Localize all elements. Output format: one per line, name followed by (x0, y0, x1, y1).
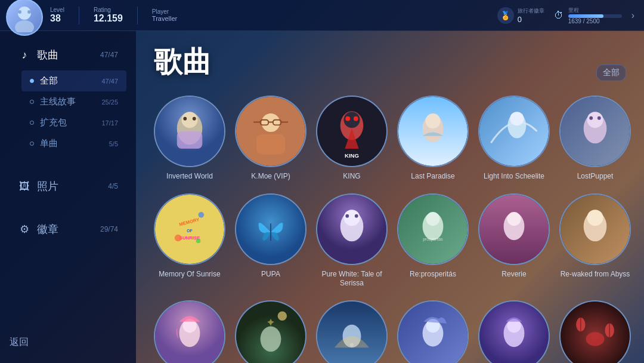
sub-main-count: 25/25 (101, 99, 118, 106)
song-card[interactable] (478, 300, 550, 363)
badge-label: 旅行者徽章 (518, 7, 544, 15)
svg-text:OF: OF (187, 228, 192, 232)
player-block: Player Traveller (152, 8, 177, 22)
svg-point-47 (355, 214, 358, 217)
song-circle (235, 300, 306, 363)
svg-point-32 (597, 116, 601, 120)
song-card[interactable]: PUPA (235, 193, 306, 288)
song-card[interactable]: Pure White: Tale of Serissa (316, 193, 388, 288)
badge-info: 旅行者徽章 0 (518, 7, 544, 24)
songs-count: 47/47 (100, 51, 118, 59)
sidebar-sub-menu: 全部 47/47 主线故事 25/25 扩充包 17/17 单曲 5/5 (10, 68, 126, 156)
music-icon: ♪ (18, 49, 31, 61)
svg-point-19 (345, 116, 350, 121)
divider2 (137, 7, 138, 24)
sidebar-item-photos[interactable]: 🖼 照片 4/5 (10, 173, 126, 199)
song-card[interactable]: MEMORY OF SUNRISE Memory Of Sunrise (154, 193, 225, 288)
svg-text:prosperitás: prosperitás (423, 237, 443, 242)
song-name: Pure White: Tale of Serissa (316, 270, 388, 288)
filter-button[interactable]: 全部 (596, 64, 626, 81)
song-circle (154, 96, 225, 167)
sidebar-badges-section: ⚙ 徽章 29/74 (0, 205, 136, 248)
topbar-right: 🏅 旅行者徽章 0 ⏱ 里程 1639 / 2500 › (497, 7, 644, 24)
svg-point-38 (175, 234, 182, 241)
song-circle (478, 96, 550, 167)
song-name: Re:prosperitás (410, 270, 456, 279)
song-card[interactable]: Reverie (478, 193, 550, 288)
main-content: 歌曲 全部 Inverted World K.Moe (VIP) KING KI… (136, 31, 644, 363)
sidebar-sub-single[interactable]: 单曲 5/5 (21, 133, 126, 154)
svg-point-57 (587, 210, 603, 226)
svg-point-9 (193, 117, 196, 121)
svg-point-1 (15, 20, 34, 32)
player-value: Traveller (152, 15, 177, 22)
svg-point-2 (18, 10, 21, 14)
song-card[interactable]: Inverted World (154, 96, 225, 182)
svg-rect-12 (256, 134, 285, 155)
svg-rect-7 (177, 131, 203, 149)
song-card[interactable] (397, 300, 469, 363)
sidebar-sub-expansion[interactable]: 扩充包 17/17 (21, 112, 126, 133)
badges-label: 徽章 (37, 222, 94, 236)
song-card[interactable] (154, 300, 225, 363)
song-card[interactable] (235, 300, 306, 363)
badge-block: 🏅 旅行者徽章 0 (497, 7, 544, 24)
sub-expansion-count: 17/17 (101, 119, 118, 127)
song-card[interactable]: KING KING (316, 96, 388, 182)
sidebar-bottom: 返回 (0, 322, 136, 363)
song-card[interactable]: Light Into Scheelite (478, 96, 550, 182)
sidebar-sub-main[interactable]: 主线故事 25/25 (21, 91, 126, 112)
song-card[interactable]: Re-waked from Abyss (559, 193, 631, 288)
song-card[interactable]: prosperitás Re:prosperitás (397, 193, 469, 288)
song-card[interactable]: Last Paradise (397, 96, 469, 182)
badge-icon: 🏅 (497, 7, 514, 24)
svg-point-27 (510, 112, 524, 125)
song-circle (235, 96, 306, 167)
song-circle: MEMORY OF SUNRISE (154, 193, 225, 265)
svg-point-50 (426, 212, 439, 226)
dot-main (30, 100, 34, 104)
photo-icon: 🖼 (18, 180, 31, 193)
dot-all (30, 79, 34, 83)
rating-block: Rating 12.159 (94, 7, 123, 24)
sidebar: ♪ 歌曲 47/47 全部 47/47 主线故事 25/25 扩充包 17/17 (0, 31, 136, 363)
sub-single-count: 5/5 (109, 140, 118, 147)
level-block: Level 38 (50, 7, 64, 24)
song-name: Memory Of Sunrise (159, 270, 220, 279)
mileage-info: 里程 1639 / 2500 (568, 7, 622, 24)
mileage-text: 1639 / 2500 (568, 18, 622, 24)
song-card[interactable] (316, 300, 388, 363)
songs-label: 歌曲 (37, 48, 94, 62)
song-name: Reverie (501, 270, 526, 279)
sub-single-label: 单曲 (40, 138, 58, 149)
badge-value: 0 (518, 15, 544, 24)
song-card[interactable]: LostPuppet (559, 96, 631, 182)
photos-count: 4/5 (108, 182, 118, 190)
level-value: 38 (50, 13, 64, 24)
sidebar-item-songs[interactable]: ♪ 歌曲 47/47 (10, 42, 126, 68)
song-card[interactable]: K.Moe (VIP) (235, 96, 306, 182)
sub-all-count: 47/47 (101, 78, 118, 85)
svg-point-63 (261, 326, 281, 352)
svg-point-31 (589, 116, 593, 120)
svg-point-62 (278, 311, 287, 320)
topbar: Level 38 Rating 12.159 Player Traveller … (0, 0, 644, 31)
player-label: Player (152, 8, 177, 15)
avatar[interactable] (6, 0, 43, 36)
sub-main-label: 主线故事 (40, 96, 76, 107)
song-name: K.Moe (VIP) (251, 172, 290, 182)
badges-count: 29/74 (100, 225, 118, 233)
svg-point-54 (507, 212, 521, 226)
song-name: LostPuppet (577, 172, 614, 182)
song-card[interactable] (559, 300, 631, 363)
song-name: Inverted World (166, 172, 213, 182)
song-name: Last Paradise (411, 172, 454, 182)
svg-point-39 (199, 212, 205, 218)
sidebar-sub-all[interactable]: 全部 47/47 (21, 70, 126, 91)
back-button[interactable]: 返回 (10, 331, 126, 353)
sub-expansion-label: 扩充包 (40, 117, 67, 128)
sidebar-item-badges[interactable]: ⚙ 徽章 29/74 (10, 216, 126, 242)
svg-point-76 (586, 332, 605, 346)
sub-all-label: 全部 (40, 75, 58, 87)
topbar-arrow[interactable]: › (631, 10, 634, 21)
